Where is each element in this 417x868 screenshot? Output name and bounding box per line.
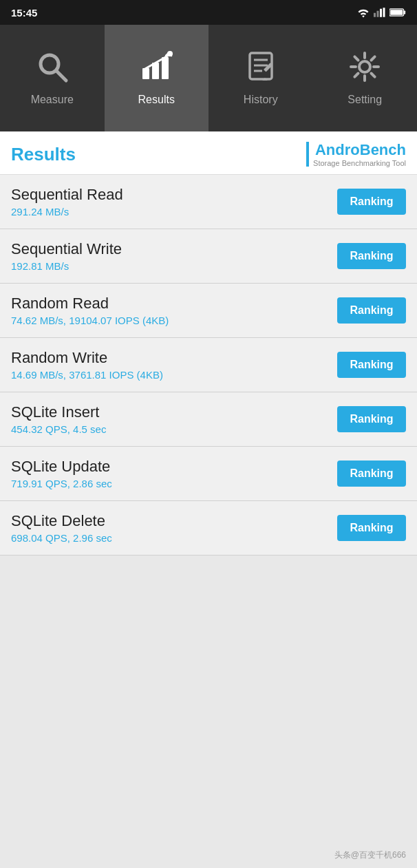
- signal-icon: [374, 7, 386, 18]
- result-value: 14.69 MB/s, 3761.81 IOPS (4KB): [11, 369, 337, 381]
- brand-bar: [306, 142, 309, 167]
- svg-rect-2: [380, 9, 382, 17]
- result-value: 74.62 MB/s, 19104.07 IOPS (4KB): [11, 315, 337, 326]
- svg-line-8: [56, 71, 66, 81]
- result-value: 719.91 QPS, 2.86 sec: [11, 478, 337, 489]
- result-info: Random Read 74.62 MB/s, 19104.07 IOPS (4…: [11, 295, 337, 326]
- tab-results[interactable]: Results: [105, 25, 209, 131]
- ranking-button-6[interactable]: Ranking: [337, 515, 406, 541]
- setting-icon: [348, 50, 381, 88]
- tab-measure-label: Measure: [31, 94, 74, 106]
- search-icon: [36, 50, 69, 83]
- result-name: Random Write: [11, 349, 337, 367]
- result-value: 192.81 MB/s: [11, 260, 337, 272]
- result-item: Random Read 74.62 MB/s, 19104.07 IOPS (4…: [0, 284, 417, 338]
- status-icons: [356, 7, 406, 18]
- brand-text: AndroBench Storage Benchmarking Tool: [313, 141, 406, 167]
- result-value: 698.04 QPS, 2.96 sec: [11, 532, 337, 544]
- svg-line-24: [355, 56, 359, 60]
- result-item: Sequential Write 192.81 MB/s Ranking: [0, 229, 417, 284]
- result-name: Sequential Read: [11, 186, 337, 204]
- svg-rect-5: [404, 10, 406, 14]
- result-value: 454.32 QPS, 4.5 sec: [11, 423, 337, 435]
- result-info: Sequential Write 192.81 MB/s: [11, 240, 337, 272]
- wifi-icon: [356, 7, 370, 18]
- brand-logo: AndroBench Storage Benchmarking Tool: [306, 141, 406, 167]
- svg-rect-0: [374, 13, 376, 17]
- time: 15:45: [11, 7, 37, 19]
- tab-results-label: Results: [138, 94, 175, 106]
- result-item: Random Write 14.69 MB/s, 3761.81 IOPS (4…: [0, 338, 417, 392]
- results-list: Sequential Read 291.24 MB/s Ranking Sequ…: [0, 175, 417, 555]
- result-info: SQLite Delete 698.04 QPS, 2.96 sec: [11, 512, 337, 544]
- tab-setting-label: Setting: [348, 94, 382, 106]
- brand-tagline: Storage Benchmarking Tool: [313, 159, 406, 167]
- result-name: SQLite Update: [11, 458, 337, 476]
- ranking-button-5[interactable]: Ranking: [337, 461, 406, 487]
- svg-line-25: [372, 74, 375, 77]
- result-name: Sequential Write: [11, 240, 337, 258]
- result-item: Sequential Read 291.24 MB/s Ranking: [0, 175, 417, 229]
- ranking-button-3[interactable]: Ranking: [337, 352, 406, 378]
- result-value: 291.24 MB/s: [11, 206, 337, 218]
- result-item: SQLite Delete 698.04 QPS, 2.96 sec Ranki…: [0, 501, 417, 555]
- results-icon: [140, 50, 173, 88]
- nav-tabs: Measure Results: [0, 25, 417, 131]
- svg-rect-1: [377, 11, 379, 17]
- brand-name-part2: Bench: [360, 141, 406, 158]
- status-bar: 15:45: [0, 0, 417, 25]
- result-name: SQLite Delete: [11, 512, 337, 530]
- page-title: Results: [11, 144, 76, 165]
- ranking-button-0[interactable]: Ranking: [337, 189, 406, 215]
- result-name: SQLite Insert: [11, 403, 337, 421]
- svg-point-19: [359, 61, 370, 72]
- chart-icon: [140, 50, 173, 83]
- history-icon-svg: [244, 50, 277, 83]
- result-name: Random Read: [11, 295, 337, 313]
- gear-icon: [348, 50, 381, 83]
- result-info: Random Write 14.69 MB/s, 3761.81 IOPS (4…: [11, 349, 337, 381]
- footer-watermark: 头条@百变千机666: [334, 849, 406, 861]
- result-info: SQLite Update 719.91 QPS, 2.86 sec: [11, 458, 337, 489]
- brand-name-part1: Andro: [315, 141, 360, 158]
- page-header: Results AndroBench Storage Benchmarking …: [0, 131, 417, 175]
- battery-icon: [389, 8, 406, 17]
- svg-line-26: [372, 56, 375, 60]
- brand-name: AndroBench: [315, 141, 406, 159]
- result-info: Sequential Read 291.24 MB/s: [11, 186, 337, 218]
- svg-rect-6: [390, 10, 403, 15]
- ranking-button-2[interactable]: Ranking: [337, 297, 406, 324]
- ranking-button-1[interactable]: Ranking: [337, 243, 406, 269]
- svg-line-27: [355, 74, 359, 77]
- tab-history[interactable]: History: [208, 25, 313, 131]
- result-info: SQLite Insert 454.32 QPS, 4.5 sec: [11, 403, 337, 435]
- result-item: SQLite Insert 454.32 QPS, 4.5 sec Rankin…: [0, 392, 417, 447]
- history-icon: [244, 50, 277, 88]
- measure-icon: [36, 50, 69, 88]
- tab-measure[interactable]: Measure: [0, 25, 105, 131]
- tab-setting[interactable]: Setting: [313, 25, 418, 131]
- ranking-button-4[interactable]: Ranking: [337, 406, 406, 432]
- tab-history-label: History: [244, 94, 278, 106]
- svg-rect-3: [383, 8, 385, 17]
- svg-rect-11: [162, 57, 169, 79]
- result-item: SQLite Update 719.91 QPS, 2.86 sec Ranki…: [0, 447, 417, 501]
